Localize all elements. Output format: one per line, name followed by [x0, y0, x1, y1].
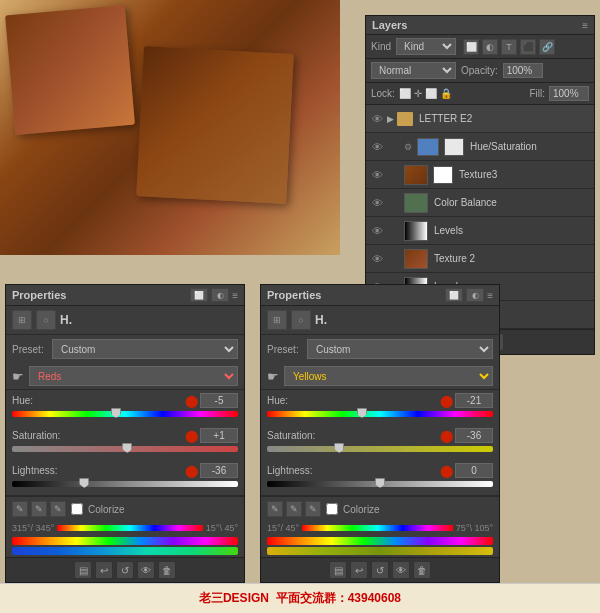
- layer-visibility-icon[interactable]: 👁: [370, 113, 384, 125]
- filter-type-icon[interactable]: T: [501, 39, 517, 55]
- colorize-icons-left: ✎ ✎ ✎: [12, 501, 66, 517]
- light-track-wrap-left: [12, 479, 238, 489]
- sample-icon-r-2[interactable]: ✎: [286, 501, 302, 517]
- props-foot-r-btn-5[interactable]: 🗑: [413, 561, 431, 579]
- channel-select-right[interactable]: Yellows: [284, 366, 493, 386]
- props-title-left: Properties: [12, 289, 66, 301]
- hue-input-right[interactable]: [455, 393, 493, 408]
- filter-adjust-icon[interactable]: ◐: [482, 39, 498, 55]
- light-arrow-left[interactable]: ⬤: [185, 464, 198, 478]
- colorize-checkbox-left[interactable]: [71, 503, 83, 515]
- layer-row[interactable]: 👁 Texture3: [366, 161, 594, 189]
- lock-pixel-icon[interactable]: ⬜: [399, 88, 411, 99]
- props-grid-icon-r[interactable]: ⊞: [267, 310, 287, 330]
- sat-section-left: Saturation: ⬤: [6, 425, 244, 460]
- hue-track-wrap-right: [267, 409, 493, 419]
- layer-row[interactable]: 👁 Levels: [366, 217, 594, 245]
- range-bar-right: [302, 525, 453, 531]
- light-input-right[interactable]: [455, 463, 493, 478]
- sample-icon-r-3[interactable]: ✎: [305, 501, 321, 517]
- channel-row-left: ☛ Reds: [6, 363, 244, 389]
- layer-visibility-icon[interactable]: 👁: [370, 197, 384, 209]
- channel-hand-icon-left[interactable]: ☛: [12, 369, 24, 384]
- props-menu-icon-right[interactable]: ≡: [487, 290, 493, 301]
- props-menu-icon[interactable]: ≡: [232, 290, 238, 301]
- layers-menu-icon[interactable]: ≡: [582, 20, 588, 31]
- preset-row-right: Preset: Custom: [261, 335, 499, 363]
- preset-label-left: Preset:: [12, 344, 47, 355]
- layer-row[interactable]: 👁 ⚙ Hue/Saturation: [366, 133, 594, 161]
- filter-pixel-icon[interactable]: ⬜: [463, 39, 479, 55]
- sat-input-right[interactable]: [455, 428, 493, 443]
- light-arrow-right[interactable]: ⬤: [440, 464, 453, 478]
- lock-all-icon[interactable]: 🔒: [440, 88, 452, 99]
- sat-value-btn-left: ⬤: [185, 428, 238, 443]
- filter-icons: ⬜ ◐ T ⬛ 🔗: [463, 39, 555, 55]
- sample-icon-3[interactable]: ✎: [50, 501, 66, 517]
- props-type-label-right: H.: [315, 313, 327, 327]
- props-foot-btn-3[interactable]: ↺: [116, 561, 134, 579]
- sample-icon-2[interactable]: ✎: [31, 501, 47, 517]
- sat-value-btn-right: ⬤: [440, 428, 493, 443]
- layer-visibility-icon[interactable]: 👁: [370, 253, 384, 265]
- props-icon-r-2[interactable]: ◐: [466, 288, 484, 302]
- layer-visibility-icon[interactable]: 👁: [370, 225, 384, 237]
- hue-input-left[interactable]: [200, 393, 238, 408]
- light-label-row-left: Lightness: ⬤: [12, 463, 238, 478]
- layer-expand-icon[interactable]: ▶: [387, 114, 394, 124]
- lock-move-icon[interactable]: ✛: [414, 88, 422, 99]
- props-grid-icon[interactable]: ⊞: [12, 310, 32, 330]
- filter-shape-icon[interactable]: ⬛: [520, 39, 536, 55]
- props-foot-r-btn-4[interactable]: 👁: [392, 561, 410, 579]
- props-icon-r-1[interactable]: ⬜: [445, 288, 463, 302]
- preset-select-left[interactable]: Custom: [52, 339, 238, 359]
- hue-arrow-left[interactable]: ⬤: [185, 394, 198, 408]
- spectrum-bar-2-right: [267, 547, 493, 555]
- props-foot-r-btn-3[interactable]: ↺: [371, 561, 389, 579]
- layer-row[interactable]: 👁 Texture 2: [366, 245, 594, 273]
- light-value-btn-right: ⬤: [440, 463, 493, 478]
- filter-smart-icon[interactable]: 🔗: [539, 39, 555, 55]
- layer-row[interactable]: 👁 ▶ LETTER E2: [366, 105, 594, 133]
- watermark-group: 平面交流群：43940608: [276, 590, 401, 607]
- colorize-checkbox-right[interactable]: [326, 503, 338, 515]
- props-foot-btn-2[interactable]: ↩: [95, 561, 113, 579]
- sample-icon-1[interactable]: ✎: [12, 501, 28, 517]
- hue-arrow-right[interactable]: ⬤: [440, 394, 453, 408]
- preset-select-right[interactable]: Custom: [307, 339, 493, 359]
- sat-track-wrap-left: [12, 444, 238, 454]
- lock-artboard-icon[interactable]: ⬜: [425, 88, 437, 99]
- layer-visibility-icon[interactable]: 👁: [370, 169, 384, 181]
- layer-visibility-icon[interactable]: 👁: [370, 141, 384, 153]
- sample-icon-r-1[interactable]: ✎: [267, 501, 283, 517]
- hue-section-right: Hue: ⬤: [261, 390, 499, 425]
- props-circle-icon-r[interactable]: ○: [291, 310, 311, 330]
- filter-select[interactable]: Kind: [396, 38, 456, 55]
- props-foot-r-btn-2[interactable]: ↩: [350, 561, 368, 579]
- sat-arrow-left[interactable]: ⬤: [185, 429, 198, 443]
- sat-arrow-right[interactable]: ⬤: [440, 429, 453, 443]
- light-section-left: Lightness: ⬤: [6, 460, 244, 495]
- sat-track-wrap-right: [267, 444, 493, 454]
- props-foot-btn-4[interactable]: 👁: [137, 561, 155, 579]
- channel-hand-icon-right[interactable]: ☛: [267, 369, 279, 384]
- light-label-row-right: Lightness: ⬤: [267, 463, 493, 478]
- props-foot-btn-5[interactable]: 🗑: [158, 561, 176, 579]
- sat-track-right: [267, 446, 493, 452]
- light-input-left[interactable]: [200, 463, 238, 478]
- layer-row[interactable]: 👁 Color Balance: [366, 189, 594, 217]
- props-foot-btn-1[interactable]: ▤: [74, 561, 92, 579]
- opacity-input[interactable]: 100%: [503, 63, 543, 78]
- fill-input[interactable]: [549, 86, 589, 101]
- props-circle-icon[interactable]: ○: [36, 310, 56, 330]
- hue-label-row-right: Hue: ⬤: [267, 393, 493, 408]
- sat-label-row-right: Saturation: ⬤: [267, 428, 493, 443]
- props-icon-1[interactable]: ⬜: [190, 288, 208, 302]
- props-icon-2[interactable]: ◐: [211, 288, 229, 302]
- hue-track-left: [12, 411, 238, 417]
- channel-select-left[interactable]: Reds: [29, 366, 238, 386]
- blend-mode-select[interactable]: Normal: [371, 62, 456, 79]
- props-header-right: Properties ⬜ ◐ ≡: [261, 285, 499, 306]
- sat-input-left[interactable]: [200, 428, 238, 443]
- props-foot-r-btn-1[interactable]: ▤: [329, 561, 347, 579]
